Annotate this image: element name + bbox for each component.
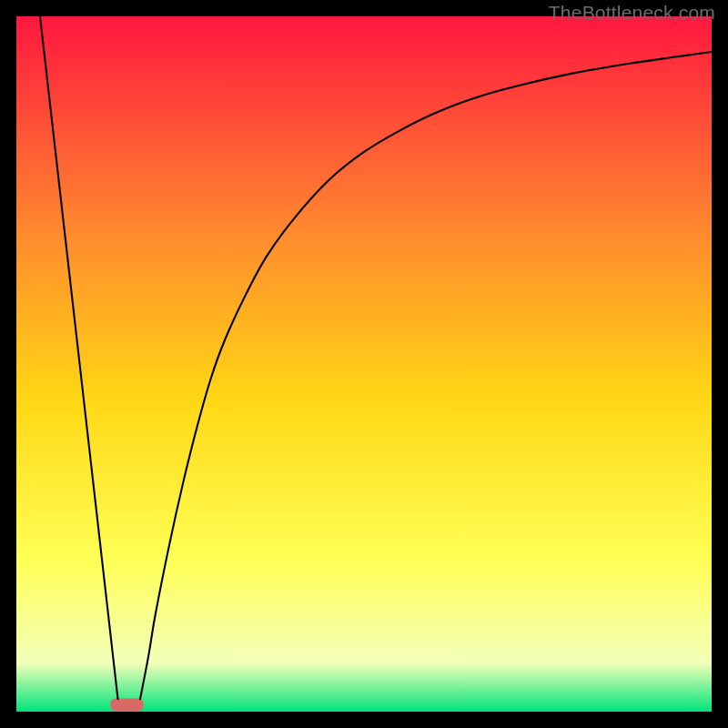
watermark-text: TheBottleneck.com: [549, 2, 715, 24]
chart-svg: [16, 16, 712, 712]
optimum-marker: [110, 698, 144, 711]
chart-frame: TheBottleneck.com: [0, 0, 728, 728]
chart-background-gradient: [16, 16, 712, 712]
chart-plot-area: [16, 16, 712, 712]
